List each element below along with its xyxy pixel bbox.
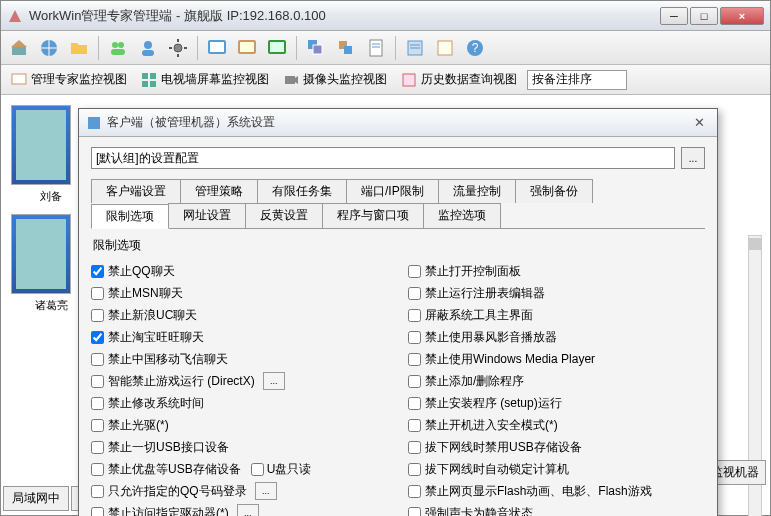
checkbox-row: 禁止安装程序 (setup)运行 [408, 392, 705, 414]
toolbar-note-button[interactable] [431, 34, 459, 62]
restriction-checkbox[interactable] [91, 441, 104, 454]
restriction-label[interactable]: 禁止一切USB接口设备 [108, 439, 229, 456]
restriction-label[interactable]: 禁止网页显示Flash动画、电影、Flash游戏 [425, 483, 652, 500]
bottom-tab-lan[interactable]: 局域网中 [3, 486, 69, 511]
restriction-checkbox[interactable] [408, 419, 421, 432]
detail-button[interactable]: ... [237, 504, 259, 516]
restriction-label[interactable]: 禁止运行注册表编辑器 [425, 285, 545, 302]
toolbar-windows-button[interactable] [302, 34, 330, 62]
restriction-checkbox[interactable] [91, 265, 104, 278]
tab-url[interactable]: 网址设置 [168, 203, 246, 228]
restriction-label[interactable]: 只允许指定的QQ号码登录 [108, 483, 247, 500]
toolbar-list-button[interactable] [401, 34, 429, 62]
restriction-label[interactable]: 禁止使用Windows Media Player [425, 351, 595, 368]
checkbox-row: 禁止运行注册表编辑器 [408, 282, 705, 304]
checkbox-row: 只允许指定的QQ号码登录... [91, 480, 388, 502]
restriction-label[interactable]: 禁止淘宝旺旺聊天 [108, 329, 204, 346]
client-thumbnail[interactable] [11, 105, 71, 185]
toolbar-overlap-button[interactable] [332, 34, 360, 62]
restriction-checkbox[interactable] [408, 397, 421, 410]
toolbar-gear-button[interactable] [164, 34, 192, 62]
restriction-checkbox[interactable] [408, 265, 421, 278]
restriction-label[interactable]: 禁止添加/删除程序 [425, 373, 524, 390]
restriction-label[interactable]: 禁止访问指定驱动器(*) [108, 505, 229, 517]
restriction-label[interactable]: 禁止修改系统时间 [108, 395, 204, 412]
restriction-label[interactable]: 拔下网线时禁用USB存储设备 [425, 439, 582, 456]
restriction-checkbox[interactable] [408, 463, 421, 476]
view-history[interactable]: 历史数据查询视图 [397, 69, 521, 90]
restriction-label[interactable]: 拔下网线时自动锁定计算机 [425, 461, 569, 478]
readonly-checkbox[interactable] [251, 463, 264, 476]
restriction-checkbox[interactable] [91, 463, 104, 476]
restriction-checkbox[interactable] [91, 331, 104, 344]
config-select[interactable] [91, 147, 675, 169]
dialog-title: 客户端（被管理机器）系统设置 [107, 114, 689, 131]
restriction-checkbox[interactable] [408, 507, 421, 517]
restriction-checkbox[interactable] [408, 331, 421, 344]
restriction-checkbox[interactable] [91, 309, 104, 322]
maximize-button[interactable]: □ [690, 7, 718, 25]
view-tvwall[interactable]: 电视墙屏幕监控视图 [137, 69, 273, 90]
readonly-label[interactable]: U盘只读 [267, 461, 312, 478]
restriction-checkbox[interactable] [91, 353, 104, 366]
sort-select[interactable] [527, 70, 627, 90]
restriction-label[interactable]: 禁止新浪UC聊天 [108, 307, 197, 324]
restriction-label[interactable]: 禁止安装程序 (setup)运行 [425, 395, 562, 412]
restriction-label[interactable]: 禁止中国移动飞信聊天 [108, 351, 228, 368]
svg-rect-36 [403, 74, 415, 86]
restriction-checkbox[interactable] [408, 485, 421, 498]
restriction-label[interactable]: 禁止开机进入安全模式(*) [425, 417, 558, 434]
restriction-label[interactable]: 禁止QQ聊天 [108, 263, 175, 280]
client-thumbnail[interactable] [11, 214, 71, 294]
tab-programs[interactable]: 程序与窗口项 [322, 203, 424, 228]
view-camera[interactable]: 摄像头监控视图 [279, 69, 391, 90]
restriction-label[interactable]: 禁止优盘等USB存储设备 [108, 461, 241, 478]
toolbar-globe-button[interactable] [35, 34, 63, 62]
toolbar-folder-button[interactable] [65, 34, 93, 62]
toolbar-screen1-button[interactable] [203, 34, 231, 62]
restriction-checkbox[interactable] [408, 309, 421, 322]
restriction-checkbox[interactable] [91, 507, 104, 517]
restriction-checkbox[interactable] [408, 353, 421, 366]
restriction-checkbox[interactable] [408, 441, 421, 454]
restriction-label[interactable]: 禁止使用暴风影音播放器 [425, 329, 557, 346]
toolbar-user-button[interactable] [134, 34, 162, 62]
restriction-checkbox[interactable] [91, 287, 104, 300]
tab-port-ip[interactable]: 端口/IP限制 [346, 179, 439, 203]
toolbar-home-button[interactable] [5, 34, 33, 62]
restriction-label[interactable]: 禁止MSN聊天 [108, 285, 183, 302]
minimize-button[interactable]: ─ [660, 7, 688, 25]
detail-button[interactable]: ... [255, 482, 277, 500]
toolbar-help-button[interactable]: ? [461, 34, 489, 62]
toolbar-doc-button[interactable] [362, 34, 390, 62]
toolbar-screen3-button[interactable] [263, 34, 291, 62]
restriction-checkbox[interactable] [91, 375, 104, 388]
tab-backup[interactable]: 强制备份 [515, 179, 593, 203]
restriction-label[interactable]: 屏蔽系统工具主界面 [425, 307, 533, 324]
restriction-label[interactable]: 智能禁止游戏运行 (DirectX) [108, 373, 255, 390]
tab-container: 客户端设置 管理策略 有限任务集 端口/IP限制 流量控制 强制备份 限制选项 … [91, 179, 705, 229]
detail-button[interactable]: ... [263, 372, 285, 390]
restriction-checkbox[interactable] [91, 419, 104, 432]
toolbar-users-button[interactable] [104, 34, 132, 62]
tab-monitor[interactable]: 监控选项 [423, 203, 501, 228]
config-more-button[interactable]: ... [681, 147, 705, 169]
restriction-checkbox[interactable] [408, 287, 421, 300]
restriction-checkbox[interactable] [91, 397, 104, 410]
view-monitor[interactable]: 管理专家监控视图 [7, 69, 131, 90]
tab-tasks[interactable]: 有限任务集 [257, 179, 347, 203]
tab-policy[interactable]: 管理策略 [180, 179, 258, 203]
tab-traffic[interactable]: 流量控制 [438, 179, 516, 203]
dialog-close-button[interactable]: ✕ [689, 115, 709, 131]
restriction-label[interactable]: 禁止打开控制面板 [425, 263, 521, 280]
tab-client-settings[interactable]: 客户端设置 [91, 179, 181, 203]
close-button[interactable]: × [720, 7, 764, 25]
tab-antiporn[interactable]: 反黄设置 [245, 203, 323, 228]
restriction-label[interactable]: 强制声卡为静音状态 [425, 505, 533, 517]
restriction-checkbox[interactable] [408, 375, 421, 388]
restriction-label[interactable]: 禁止光驱(*) [108, 417, 169, 434]
restriction-checkbox[interactable] [91, 485, 104, 498]
toolbar-screen2-button[interactable] [233, 34, 261, 62]
tab-restrictions[interactable]: 限制选项 [91, 204, 169, 229]
checkbox-row: 禁止添加/删除程序 [408, 370, 705, 392]
